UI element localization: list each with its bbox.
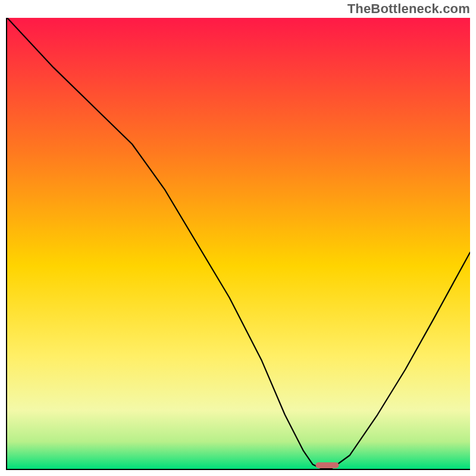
bottleneck-chart: TheBottleneck.com — [0, 0, 476, 476]
watermark-text: TheBottleneck.com — [347, 1, 470, 17]
optimal-marker — [316, 462, 339, 468]
plot-area — [6, 18, 470, 470]
bottleneck-curve — [7, 18, 470, 469]
